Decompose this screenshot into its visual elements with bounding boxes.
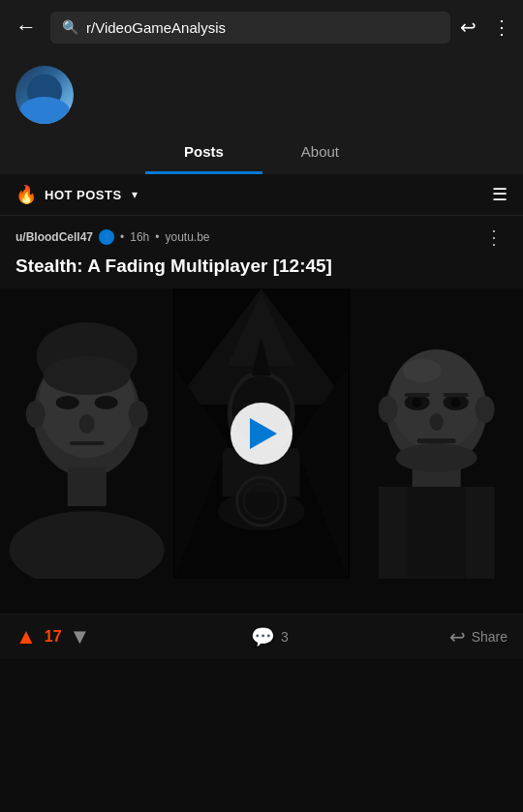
post-more-button[interactable]: ⋮ xyxy=(480,226,508,249)
dropdown-arrow-icon: ▾ xyxy=(132,188,138,201)
svg-point-40 xyxy=(378,396,397,423)
share-label: Share xyxy=(472,629,508,645)
panel3-content xyxy=(350,288,523,579)
tabs-bar: Posts About xyxy=(0,124,523,174)
share-icon-top[interactable]: ↩ xyxy=(460,15,477,39)
svg-point-41 xyxy=(475,396,494,423)
video-panel-3 xyxy=(350,288,523,579)
hot-bar: 🔥 HOT POSTS ▾ ☰ xyxy=(0,174,523,216)
post-source: youtu.be xyxy=(165,230,209,244)
svg-point-11 xyxy=(129,401,148,428)
tab-posts[interactable]: Posts xyxy=(145,132,262,174)
upvote-button[interactable]: ▲ xyxy=(15,624,37,649)
more-icon-top[interactable]: ⋮ xyxy=(492,15,511,39)
search-text: r/VideoGameAnalysis xyxy=(86,19,226,36)
search-bar[interactable]: 🔍 r/VideoGameAnalysis xyxy=(50,12,450,44)
user-verified-icon: 👤 xyxy=(99,229,114,245)
separator-dot: • xyxy=(120,230,124,244)
svg-rect-39 xyxy=(407,487,465,579)
vote-actions: ▲ 17 ▼ xyxy=(15,624,90,649)
vote-count: 17 xyxy=(45,628,62,646)
svg-point-33 xyxy=(412,398,421,407)
svg-rect-7 xyxy=(68,467,107,506)
svg-point-30 xyxy=(402,359,441,382)
svg-point-34 xyxy=(450,398,460,407)
flame-icon: 🔥 xyxy=(15,184,37,205)
post-username[interactable]: u/BloodCell47 xyxy=(15,230,93,244)
play-button[interactable] xyxy=(231,403,292,465)
hot-label: HOT POSTS xyxy=(45,188,122,202)
comment-icon: 💬 xyxy=(251,625,275,648)
post-title: Stealth: A Fading Multiplayer [12:45] xyxy=(0,255,523,288)
list-view-icon[interactable]: ☰ xyxy=(492,184,508,205)
svg-point-44 xyxy=(395,443,477,472)
svg-point-4 xyxy=(95,396,118,409)
video-thumbnail[interactable] xyxy=(0,288,523,579)
subreddit-avatar xyxy=(15,66,74,124)
svg-point-3 xyxy=(56,396,79,409)
post-time: 16h xyxy=(130,230,149,244)
back-button[interactable]: ← xyxy=(12,11,41,44)
svg-rect-6 xyxy=(70,441,105,445)
svg-point-5 xyxy=(79,414,95,434)
downvote-button[interactable]: ▼ xyxy=(70,624,91,649)
svg-rect-43 xyxy=(443,393,468,397)
post-actions: ▲ 17 ▼ 💬 3 ↩ Share xyxy=(0,614,523,659)
top-bar: ← 🔍 r/VideoGameAnalysis ↩ ⋮ xyxy=(0,0,523,54)
svg-point-12 xyxy=(44,356,131,395)
post-meta: u/BloodCell47 👤 • 16h • youtu.be ⋮ xyxy=(0,216,523,255)
tab-about[interactable]: About xyxy=(262,132,378,174)
top-bar-actions: ↩ ⋮ xyxy=(460,15,511,39)
comment-count: 3 xyxy=(281,629,289,645)
search-icon: 🔍 xyxy=(62,19,78,35)
share-button[interactable]: ↩ Share xyxy=(449,625,508,648)
share-icon: ↩ xyxy=(449,625,466,648)
separator-dot-2: • xyxy=(155,230,159,244)
video-panel-2 xyxy=(174,288,348,579)
comments-button[interactable]: 💬 3 xyxy=(251,625,289,648)
svg-rect-36 xyxy=(416,438,455,443)
svg-point-10 xyxy=(26,401,46,428)
play-triangle-icon xyxy=(250,418,277,449)
subreddit-header xyxy=(0,54,523,124)
hot-bar-left[interactable]: 🔥 HOT POSTS ▾ xyxy=(15,184,138,205)
panel1-content xyxy=(0,288,173,579)
svg-rect-42 xyxy=(404,393,429,397)
post-card: u/BloodCell47 👤 • 16h • youtu.be ⋮ Steal… xyxy=(0,216,523,659)
post-meta-left: u/BloodCell47 👤 • 16h • youtu.be xyxy=(15,229,210,245)
video-bottom-bar xyxy=(0,579,523,614)
video-panel-1 xyxy=(0,288,173,579)
svg-point-35 xyxy=(429,413,443,431)
